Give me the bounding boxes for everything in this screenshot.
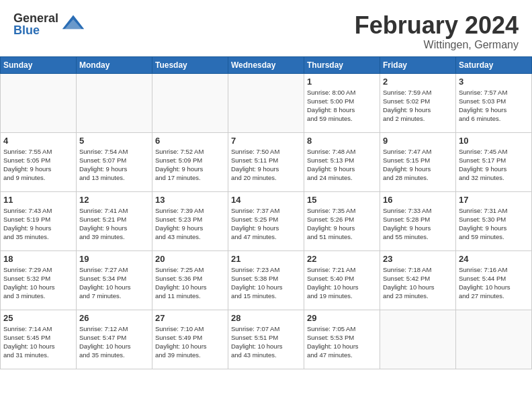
day-number: 13 — [155, 195, 225, 205]
calendar-cell — [77, 73, 152, 132]
day-info: Sunrise: 7:55 AM Sunset: 5:05 PM Dayligh… — [3, 147, 73, 183]
day-number: 18 — [3, 254, 73, 264]
day-info: Sunrise: 7:48 AM Sunset: 5:13 PM Dayligh… — [307, 147, 377, 183]
day-number: 27 — [155, 313, 225, 323]
calendar-week-row: 1Sunrise: 8:00 AM Sunset: 5:00 PM Daylig… — [1, 73, 532, 132]
calendar-cell: 14Sunrise: 7:37 AM Sunset: 5:25 PM Dayli… — [228, 191, 304, 250]
day-info: Sunrise: 7:35 AM Sunset: 5:26 PM Dayligh… — [307, 206, 377, 242]
day-info: Sunrise: 7:05 AM Sunset: 5:53 PM Dayligh… — [307, 324, 377, 360]
calendar-cell: 21Sunrise: 7:23 AM Sunset: 5:38 PM Dayli… — [228, 250, 304, 310]
day-info: Sunrise: 7:25 AM Sunset: 5:36 PM Dayligh… — [155, 265, 225, 301]
weekday-header-friday: Friday — [380, 56, 456, 73]
day-number: 7 — [231, 136, 301, 146]
calendar-week-row: 18Sunrise: 7:29 AM Sunset: 5:32 PM Dayli… — [1, 250, 532, 310]
calendar-cell: 9Sunrise: 7:47 AM Sunset: 5:15 PM Daylig… — [380, 132, 456, 191]
day-number: 15 — [307, 195, 377, 205]
day-number: 8 — [307, 136, 377, 146]
day-number: 3 — [459, 77, 529, 87]
day-number: 9 — [383, 136, 453, 146]
day-info: Sunrise: 8:00 AM Sunset: 5:00 PM Dayligh… — [307, 88, 377, 124]
calendar-cell: 15Sunrise: 7:35 AM Sunset: 5:26 PM Dayli… — [304, 191, 380, 250]
calendar-cell: 26Sunrise: 7:12 AM Sunset: 5:47 PM Dayli… — [77, 310, 152, 369]
title-block: February 2024 Wittingen, Germany — [355, 12, 519, 51]
calendar-cell: 23Sunrise: 7:18 AM Sunset: 5:42 PM Dayli… — [380, 250, 456, 310]
calendar-cell: 29Sunrise: 7:05 AM Sunset: 5:53 PM Dayli… — [304, 310, 380, 369]
day-info: Sunrise: 7:47 AM Sunset: 5:15 PM Dayligh… — [383, 147, 453, 183]
day-number: 12 — [79, 195, 149, 205]
day-info: Sunrise: 7:12 AM Sunset: 5:47 PM Dayligh… — [79, 324, 149, 360]
calendar-week-row: 25Sunrise: 7:14 AM Sunset: 5:45 PM Dayli… — [1, 310, 532, 369]
day-info: Sunrise: 7:33 AM Sunset: 5:28 PM Dayligh… — [383, 206, 453, 242]
day-number: 23 — [383, 254, 453, 264]
weekday-header-saturday: Saturday — [456, 56, 532, 73]
day-number: 22 — [307, 254, 377, 264]
day-number: 6 — [155, 136, 225, 146]
day-info: Sunrise: 7:10 AM Sunset: 5:49 PM Dayligh… — [155, 324, 225, 360]
calendar-cell: 24Sunrise: 7:16 AM Sunset: 5:44 PM Dayli… — [456, 250, 532, 310]
weekday-header-monday: Monday — [77, 56, 152, 73]
calendar-cell — [228, 73, 304, 132]
logo-general: General — [13, 12, 58, 24]
day-info: Sunrise: 7:59 AM Sunset: 5:02 PM Dayligh… — [383, 88, 453, 124]
calendar-table: SundayMondayTuesdayWednesdayThursdayFrid… — [0, 56, 532, 369]
day-info: Sunrise: 7:07 AM Sunset: 5:51 PM Dayligh… — [231, 324, 301, 360]
calendar-cell: 17Sunrise: 7:31 AM Sunset: 5:30 PM Dayli… — [456, 191, 532, 250]
weekday-header-row: SundayMondayTuesdayWednesdayThursdayFrid… — [1, 56, 532, 73]
day-number: 5 — [79, 136, 149, 146]
day-number: 2 — [383, 77, 453, 87]
day-info: Sunrise: 7:27 AM Sunset: 5:34 PM Dayligh… — [79, 265, 149, 301]
day-number: 4 — [3, 136, 73, 146]
calendar-cell: 4Sunrise: 7:55 AM Sunset: 5:05 PM Daylig… — [1, 132, 77, 191]
calendar-cell: 7Sunrise: 7:50 AM Sunset: 5:11 PM Daylig… — [228, 132, 304, 191]
calendar-cell: 20Sunrise: 7:25 AM Sunset: 5:36 PM Dayli… — [152, 250, 228, 310]
calendar-cell: 12Sunrise: 7:41 AM Sunset: 5:21 PM Dayli… — [77, 191, 152, 250]
day-number: 1 — [307, 77, 377, 87]
calendar-cell: 28Sunrise: 7:07 AM Sunset: 5:51 PM Dayli… — [228, 310, 304, 369]
weekday-header-tuesday: Tuesday — [152, 56, 228, 73]
day-info: Sunrise: 7:37 AM Sunset: 5:25 PM Dayligh… — [231, 206, 301, 242]
calendar-cell: 18Sunrise: 7:29 AM Sunset: 5:32 PM Dayli… — [1, 250, 77, 310]
calendar-cell: 3Sunrise: 7:57 AM Sunset: 5:03 PM Daylig… — [456, 73, 532, 132]
day-info: Sunrise: 7:52 AM Sunset: 5:09 PM Dayligh… — [155, 147, 225, 183]
day-number: 17 — [459, 195, 529, 205]
calendar-cell: 2Sunrise: 7:59 AM Sunset: 5:02 PM Daylig… — [380, 73, 456, 132]
weekday-header-thursday: Thursday — [304, 56, 380, 73]
day-number: 10 — [459, 136, 529, 146]
logo-blue: Blue — [13, 24, 58, 36]
calendar-cell: 8Sunrise: 7:48 AM Sunset: 5:13 PM Daylig… — [304, 132, 380, 191]
weekday-header-sunday: Sunday — [1, 56, 77, 73]
day-number: 26 — [79, 313, 149, 323]
page-header: General Blue February 2024 Wittingen, Ge… — [0, 0, 532, 56]
calendar-cell: 19Sunrise: 7:27 AM Sunset: 5:34 PM Dayli… — [77, 250, 152, 310]
calendar-cell: 1Sunrise: 8:00 AM Sunset: 5:00 PM Daylig… — [304, 73, 380, 132]
day-info: Sunrise: 7:18 AM Sunset: 5:42 PM Dayligh… — [383, 265, 453, 301]
calendar-cell — [152, 73, 228, 132]
day-number: 20 — [155, 254, 225, 264]
calendar-cell: 16Sunrise: 7:33 AM Sunset: 5:28 PM Dayli… — [380, 191, 456, 250]
day-info: Sunrise: 7:54 AM Sunset: 5:07 PM Dayligh… — [79, 147, 149, 183]
day-number: 19 — [79, 254, 149, 264]
calendar-cell: 5Sunrise: 7:54 AM Sunset: 5:07 PM Daylig… — [77, 132, 152, 191]
calendar-cell — [1, 73, 77, 132]
logo-icon — [61, 12, 85, 36]
logo-text: General Blue — [13, 12, 58, 36]
month-title: February 2024 — [355, 12, 519, 39]
day-number: 28 — [231, 313, 301, 323]
day-number: 29 — [307, 313, 377, 323]
calendar-cell — [380, 310, 456, 369]
day-number: 16 — [383, 195, 453, 205]
calendar-cell: 22Sunrise: 7:21 AM Sunset: 5:40 PM Dayli… — [304, 250, 380, 310]
location-title: Wittingen, Germany — [355, 39, 519, 51]
day-number: 14 — [231, 195, 301, 205]
day-info: Sunrise: 7:50 AM Sunset: 5:11 PM Dayligh… — [231, 147, 301, 183]
day-info: Sunrise: 7:39 AM Sunset: 5:23 PM Dayligh… — [155, 206, 225, 242]
weekday-header-wednesday: Wednesday — [228, 56, 304, 73]
calendar-cell: 27Sunrise: 7:10 AM Sunset: 5:49 PM Dayli… — [152, 310, 228, 369]
logo: General Blue — [13, 12, 85, 36]
day-info: Sunrise: 7:21 AM Sunset: 5:40 PM Dayligh… — [307, 265, 377, 301]
day-info: Sunrise: 7:14 AM Sunset: 5:45 PM Dayligh… — [3, 324, 73, 360]
day-number: 25 — [3, 313, 73, 323]
calendar-cell: 13Sunrise: 7:39 AM Sunset: 5:23 PM Dayli… — [152, 191, 228, 250]
calendar-week-row: 11Sunrise: 7:43 AM Sunset: 5:19 PM Dayli… — [1, 191, 532, 250]
day-info: Sunrise: 7:41 AM Sunset: 5:21 PM Dayligh… — [79, 206, 149, 242]
